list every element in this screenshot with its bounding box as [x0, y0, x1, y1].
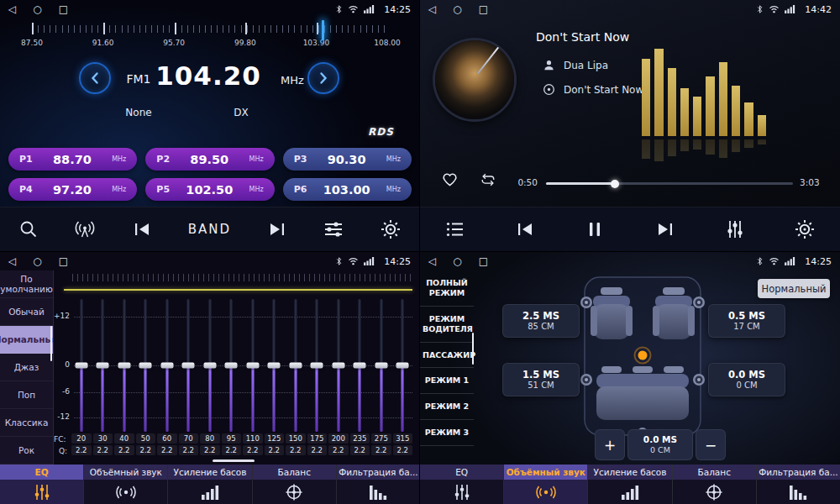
back-icon[interactable]: ◁ [428, 256, 436, 266]
eq-band-slider[interactable] [242, 299, 264, 432]
preset-p1[interactable]: P188.70MHz [8, 148, 137, 171]
recents-icon[interactable]: □ [59, 4, 68, 14]
eq-preset-4[interactable]: Поп [0, 381, 53, 409]
slider-handle[interactable] [289, 363, 302, 369]
tab-bass-boost[interactable]: Усиление басов [588, 465, 672, 504]
slider-handle[interactable] [311, 363, 323, 369]
broadcast-button[interactable] [74, 218, 96, 240]
back-icon[interactable]: ◁ [428, 4, 436, 14]
settings-button[interactable] [380, 218, 402, 240]
tab-filter[interactable]: Фильтрация ба... [757, 465, 840, 504]
eq-preset-2[interactable]: Нормальный [0, 326, 53, 354]
slider-handle[interactable] [396, 363, 409, 369]
eq-band-slider[interactable] [221, 299, 243, 432]
delay-decrease-button[interactable]: − [696, 429, 726, 460]
band-button[interactable]: BAND [188, 222, 231, 237]
recents-icon[interactable]: □ [59, 256, 68, 266]
home-icon[interactable]: ○ [453, 4, 461, 14]
back-icon[interactable]: ◁ [8, 4, 16, 14]
settings-button[interactable] [794, 218, 816, 240]
tune-up-button[interactable] [307, 62, 339, 94]
eq-band-slider[interactable] [156, 299, 178, 432]
slider-handle[interactable] [75, 363, 87, 369]
next-track-button[interactable] [654, 218, 676, 240]
tune-settings-button[interactable] [323, 218, 344, 240]
previous-track-button[interactable] [514, 218, 536, 240]
mode-item-0[interactable]: ПОЛНЫЙ РЕЖИМ [420, 270, 474, 307]
slider-handle[interactable] [354, 363, 366, 369]
eq-band-slider[interactable] [328, 299, 349, 432]
recents-icon[interactable]: □ [479, 4, 488, 14]
eq-preset-6[interactable]: Рок [0, 437, 53, 465]
home-icon[interactable]: ○ [33, 256, 41, 266]
seek-bar[interactable] [546, 182, 793, 185]
eq-band-slider[interactable] [307, 299, 328, 432]
tab-surround-sound[interactable]: Объёмный звук [504, 465, 588, 504]
eq-band-slider[interactable] [135, 299, 157, 432]
tab-balance[interactable]: Баланс [253, 465, 337, 504]
mode-item-5[interactable]: РЕЖИМ 3 [420, 420, 474, 446]
eq-preset-1[interactable]: Обычай [0, 298, 53, 326]
mode-item-2[interactable]: ПАССАЖИР [420, 343, 474, 369]
slider-handle[interactable] [97, 363, 109, 369]
home-icon[interactable]: ○ [453, 256, 461, 266]
listening-position-dot[interactable] [638, 351, 648, 360]
eq-band-slider[interactable] [113, 299, 135, 432]
rear-bench-seat[interactable] [596, 366, 689, 420]
favorite-button[interactable] [440, 170, 459, 191]
pause-button[interactable] [584, 218, 606, 240]
next-button[interactable] [266, 218, 288, 240]
tab-surround-sound[interactable]: Объёмный звук [84, 465, 168, 504]
eq-preset-0[interactable]: По умолчанию [0, 270, 53, 298]
eq-band-slider[interactable] [392, 299, 414, 432]
slider-handle[interactable] [268, 363, 281, 369]
eq-band-slider[interactable] [285, 299, 307, 432]
eq-preset-3[interactable]: Джаз [0, 354, 53, 381]
preset-p4[interactable]: P497.20MHz [8, 178, 137, 201]
repeat-button[interactable] [479, 172, 497, 191]
slider-handle[interactable] [246, 363, 259, 369]
slider-handle[interactable] [139, 363, 152, 369]
slider-handle[interactable] [375, 363, 387, 369]
seek-bar-knob[interactable] [611, 180, 619, 188]
scan-button[interactable] [18, 218, 39, 240]
home-icon[interactable]: ○ [33, 4, 41, 14]
sidebar-scrollbar[interactable] [50, 326, 52, 361]
mode-item-3[interactable]: РЕЖИМ 1 [420, 368, 474, 394]
tab-filter[interactable]: Фильтрация ба... [337, 465, 420, 504]
back-icon[interactable]: ◁ [8, 256, 16, 266]
tab-eq[interactable]: EQ [0, 465, 84, 504]
frequency-scale[interactable]: 87.5091.6095.7099.80103.90108.00 [32, 23, 387, 55]
slider-handle[interactable] [332, 363, 344, 369]
preset-p3[interactable]: P390.30MHz [283, 148, 412, 171]
previous-button[interactable] [131, 218, 153, 240]
mode-item-4[interactable]: РЕЖИМ 2 [420, 394, 474, 420]
equalizer-button[interactable] [724, 218, 746, 240]
preset-p2[interactable]: P289.50MHz [145, 148, 274, 171]
preset-p6[interactable]: P6103.00MHz [283, 178, 412, 201]
playlist-button[interactable] [444, 218, 466, 240]
mode-item-1[interactable]: РЕЖИМ ВОДИТЕЛЯ [420, 307, 474, 343]
preset-p5[interactable]: P5102.50MHz [145, 178, 274, 201]
eq-band-slider[interactable] [370, 299, 392, 432]
slider-handle[interactable] [118, 363, 130, 369]
delay-increase-button[interactable]: + [595, 429, 625, 460]
slider-handle[interactable] [203, 363, 216, 369]
eq-preset-5[interactable]: Классика [0, 409, 53, 437]
eq-band-slider[interactable] [349, 299, 371, 432]
eq-band-slider[interactable] [264, 299, 286, 432]
slider-handle[interactable] [182, 363, 195, 369]
slider-handle[interactable] [160, 363, 173, 369]
mode-scrollbar[interactable] [472, 333, 474, 365]
profile-button[interactable]: Нормальный [758, 279, 830, 298]
recents-icon[interactable]: □ [479, 256, 488, 266]
eq-band-slider[interactable] [178, 299, 200, 432]
tab-balance[interactable]: Баланс [673, 465, 757, 504]
slider-handle[interactable] [225, 363, 238, 369]
eq-band-slider[interactable] [199, 299, 221, 432]
eq-band-slider[interactable] [71, 299, 92, 432]
eq-horizontal-scrollbar[interactable] [213, 459, 255, 462]
tune-down-button[interactable] [79, 62, 111, 94]
tab-eq[interactable]: EQ [420, 465, 504, 504]
tab-bass-boost[interactable]: Усиление басов [168, 465, 252, 504]
